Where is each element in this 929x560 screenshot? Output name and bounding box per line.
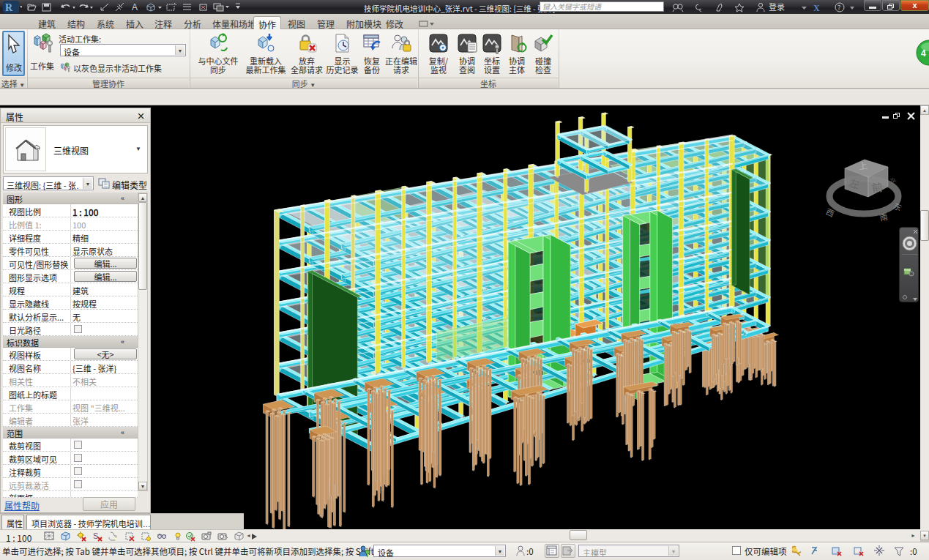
svg-text:R: R [5, 2, 13, 13]
svg-text:登录: 登录 [769, 1, 785, 12]
svg-text:4: 4 [921, 48, 926, 59]
svg-text:S: S [93, 531, 98, 540]
svg-text:上: 上 [858, 158, 868, 172]
svg-text:西: 西 [824, 205, 837, 219]
svg-text:A: A [132, 2, 138, 12]
svg-text:?: ? [837, 3, 840, 12]
svg-text:X: X [813, 3, 820, 13]
